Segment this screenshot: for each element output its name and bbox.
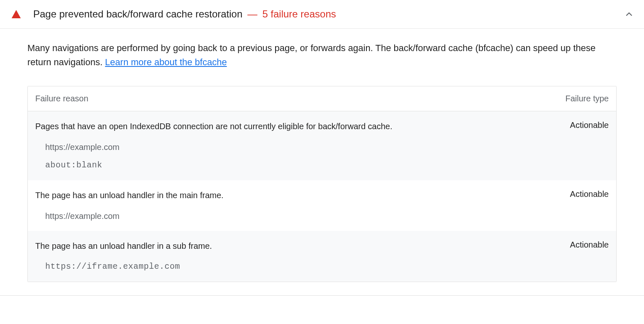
table-body: Pages that have an open IndexedDB connec… (28, 111, 616, 282)
table-row: The page has an unload handler in a sub … (28, 231, 616, 282)
table-row: The page has an unload handler in the ma… (28, 180, 616, 231)
learn-more-link[interactable]: Learn more about the bfcache (105, 57, 227, 67)
failure-type: Actionable (546, 120, 609, 132)
failure-table: Failure reason Failure type Pages that h… (27, 86, 617, 282)
url-item: about:blank (45, 160, 609, 171)
url-item: https://iframe.example.com (45, 261, 609, 272)
column-header-reason: Failure reason (35, 94, 546, 103)
failure-reason: The page has an unload handler in the ma… (35, 189, 546, 201)
warning-triangle-icon (12, 10, 21, 18)
column-header-type: Failure type (546, 94, 609, 103)
audit-title: Page prevented back/forward cache restor… (33, 8, 242, 20)
audit-panel: Page prevented back/forward cache restor… (0, 0, 644, 296)
failure-type: Actionable (546, 240, 609, 252)
chevron-up-icon (624, 9, 634, 19)
failure-reason: The page has an unload handler in a sub … (35, 240, 546, 252)
table-row: Pages that have an open IndexedDB connec… (28, 111, 616, 180)
url-item: https://example.com (45, 210, 609, 222)
table-header: Failure reason Failure type (28, 86, 616, 111)
failure-type: Actionable (546, 189, 609, 201)
url-list: https://iframe.example.com (35, 261, 609, 272)
audit-body: Many navigations are performed by going … (0, 29, 644, 295)
audit-description: Many navigations are performed by going … (27, 41, 617, 69)
url-item: https://example.com (45, 141, 609, 153)
audit-header[interactable]: Page prevented back/forward cache restor… (0, 0, 644, 29)
audit-failure-count: 5 failure reasons (262, 8, 336, 20)
failure-reason: Pages that have an open IndexedDB connec… (35, 120, 546, 132)
audit-dash: — (247, 8, 257, 20)
url-list: https://example.comabout:blank (35, 141, 609, 171)
url-list: https://example.com (35, 210, 609, 222)
